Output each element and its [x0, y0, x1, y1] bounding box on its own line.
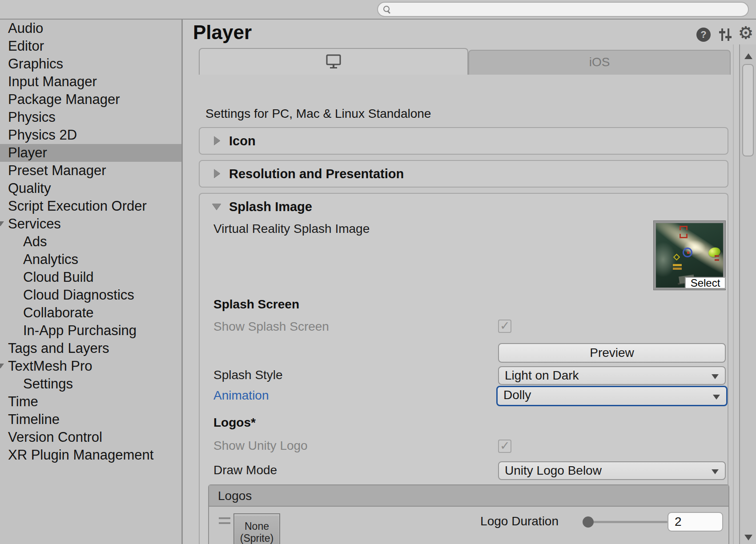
sidebar-item-label: Tags and Layers [8, 340, 109, 356]
show-unity-logo-label: Show Unity Logo [213, 439, 308, 453]
vr-splash-image-thumbnail[interactable]: Select [653, 220, 726, 290]
sidebar-item-label: Cloud Diagnostics [23, 287, 134, 303]
sidebar-item-tags-and-layers[interactable]: Tags and Layers [0, 340, 181, 357]
foldout-expanded-icon[interactable] [0, 364, 4, 368]
logo-sprite-field[interactable]: None (Sprite) [233, 513, 280, 544]
sidebar-item-label: Collaborate [23, 305, 94, 320]
section-label: Icon [229, 134, 256, 148]
window-toolbar [0, 0, 756, 20]
sidebar-item-ads[interactable]: Ads [0, 233, 181, 251]
logo-duration-slider-track[interactable] [584, 521, 668, 523]
sidebar-item-label: In-App Purchasing [23, 323, 137, 338]
presets-icon[interactable] [718, 28, 732, 42]
preview-button[interactable]: Preview [498, 343, 726, 363]
scrollbar-thumb[interactable] [742, 64, 754, 156]
splash-style-value: Light on Dark [505, 368, 579, 382]
sidebar-item-time[interactable]: Time [0, 393, 181, 411]
vertical-scrollbar[interactable] [739, 44, 756, 544]
show-unity-logo-checkbox[interactable]: ✓ [498, 440, 511, 453]
sidebar-item-settings[interactable]: Settings [0, 375, 181, 393]
search-icon [383, 6, 390, 13]
tab-standalone[interactable] [199, 48, 468, 75]
sidebar-item-package-manager[interactable]: Package Manager [0, 91, 181, 108]
sidebar: AudioEditorGraphicsInput ManagerPackage … [0, 20, 181, 544]
sidebar-item-label: Physics [8, 109, 56, 125]
foldout-expanded-icon[interactable] [0, 221, 4, 226]
section-splash-image: Splash Image Virtual Reality Splash Imag… [199, 193, 728, 544]
platform-heading: Settings for PC, Mac & Linux Standalone [205, 107, 431, 121]
gear-icon[interactable]: ⚙ [737, 24, 755, 42]
sidebar-item-player[interactable]: Player [0, 144, 181, 162]
sidebar-item-label: Quality [8, 180, 51, 196]
logos-heading: Logos* [213, 416, 256, 430]
sidebar-item-label: Ads [23, 234, 47, 249]
logo-duration-label: Logo Duration [431, 514, 559, 528]
scroll-down-arrow-icon[interactable] [744, 535, 752, 540]
sprite-type-label: (Sprite) [234, 532, 279, 544]
section-splash-header[interactable]: Splash Image [200, 194, 728, 221]
sidebar-item-version-control[interactable]: Version Control [0, 428, 181, 446]
section-resolution-header[interactable]: Resolution and Presentation [200, 161, 728, 188]
section-icon: Icon [199, 127, 728, 155]
chevron-down-icon [713, 395, 720, 400]
sidebar-item-label: Time [8, 394, 38, 409]
sidebar-item-quality[interactable]: Quality [0, 180, 181, 197]
sidebar-item-label: Graphics [8, 56, 63, 72]
sidebar-item-services[interactable]: Services [0, 215, 181, 233]
logo-list-item: None (Sprite) Logo Duration 2 [209, 507, 728, 544]
waypoint-ring-icon [683, 248, 692, 257]
sidebar-item-cloud-diagnostics[interactable]: Cloud Diagnostics [0, 286, 181, 304]
select-button[interactable]: Select [685, 277, 726, 289]
foldout-collapsed-icon [214, 169, 220, 178]
foldout-expanded-icon [212, 204, 221, 210]
sidebar-item-label: Input Manager [8, 74, 97, 89]
chevron-down-icon [712, 374, 719, 379]
sidebar-item-cloud-build[interactable]: Cloud Build [0, 268, 181, 286]
sidebar-item-xr-plugin-management[interactable]: XR Plugin Management [0, 446, 181, 464]
sidebar-item-label: Version Control [8, 429, 102, 445]
sidebar-item-label: Cloud Build [23, 269, 94, 285]
player-settings-panel: Player ? ⚙ iOS Settings for PC, Mac & Li… [183, 20, 756, 544]
section-icon-header[interactable]: Icon [200, 128, 728, 156]
sidebar-item-timeline[interactable]: Timeline [0, 411, 181, 428]
target-bracket-icon [680, 226, 688, 230]
search-input[interactable] [395, 3, 744, 16]
draw-mode-dropdown[interactable]: Unity Logo Below [498, 461, 726, 480]
sidebar-item-label: Package Manager [8, 92, 120, 107]
check-icon: ✓ [500, 319, 510, 333]
sidebar-item-label: Script Execution Order [8, 198, 147, 214]
sidebar-item-physics[interactable]: Physics [0, 108, 181, 126]
tab-ios[interactable]: iOS [468, 50, 731, 75]
sidebar-item-physics-2d[interactable]: Physics 2D [0, 126, 181, 144]
section-label: Splash Image [229, 200, 312, 214]
animation-dropdown[interactable]: Dolly [496, 386, 728, 406]
sidebar-item-preset-manager[interactable]: Preset Manager [0, 162, 181, 180]
logos-list: Logos None (Sprite) Logo Duration 2 [208, 484, 729, 544]
drag-handle[interactable] [219, 517, 230, 524]
scroll-up-arrow-icon[interactable] [744, 53, 752, 59]
sidebar-item-label: Player [8, 145, 47, 160]
help-icon[interactable]: ? [696, 28, 711, 42]
draw-mode-label: Draw Mode [213, 463, 277, 477]
sprite-none-label: None [234, 520, 279, 532]
sidebar-item-editor[interactable]: Editor [0, 37, 181, 55]
sidebar-item-audio[interactable]: Audio [0, 20, 181, 37]
sidebar-item-label: Analytics [23, 252, 78, 267]
show-splash-screen-label: Show Splash Screen [213, 320, 329, 334]
search-box[interactable] [377, 2, 749, 17]
sidebar-item-in-app-purchasing[interactable]: In-App Purchasing [0, 322, 181, 340]
sidebar-item-label: Timeline [8, 412, 60, 427]
splash-style-dropdown[interactable]: Light on Dark [498, 366, 726, 385]
draw-mode-value: Unity Logo Below [505, 464, 602, 477]
sidebar-item-textmesh-pro[interactable]: TextMesh Pro [0, 357, 181, 375]
sidebar-item-collaborate[interactable]: Collaborate [0, 304, 181, 322]
check-icon: ✓ [500, 439, 510, 453]
logo-duration-slider-thumb[interactable] [583, 516, 594, 528]
show-splash-screen-checkbox[interactable]: ✓ [498, 320, 511, 333]
sidebar-item-graphics[interactable]: Graphics [0, 55, 181, 73]
sidebar-item-input-manager[interactable]: Input Manager [0, 73, 181, 91]
sidebar-item-analytics[interactable]: Analytics [0, 251, 181, 268]
logo-duration-value-field[interactable]: 2 [668, 512, 723, 532]
splash-screen-heading: Splash Screen [213, 297, 299, 312]
sidebar-item-script-execution-order[interactable]: Script Execution Order [0, 197, 181, 215]
